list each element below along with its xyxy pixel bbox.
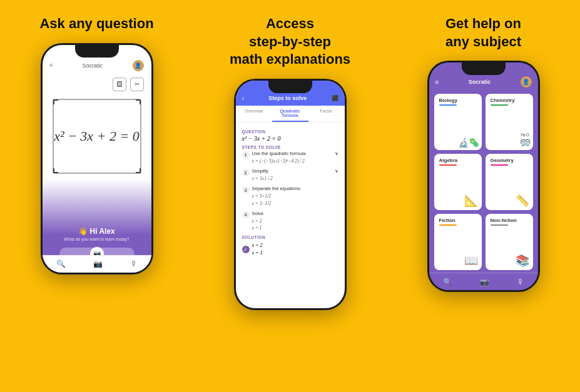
panel-1-title: Ask any question [39,15,153,33]
geometry-illustration: 📏 [516,194,529,208]
subject-card-fiction[interactable]: Fiction 📖 [434,214,482,270]
solution-row: ✓ x = 2x = 1 [242,242,338,257]
phone2-body: QUESTION x² − 3x + 2 = 0 STEPS TO SOLVE … [236,123,345,308]
subject-bar-algebra [439,164,457,166]
back-button[interactable]: ‹ [242,94,245,102]
subject-card-algebra[interactable]: Algebra 📐 [434,154,482,210]
step-row-3: 3 Separate the equations x = 3+1/2x = 3−… [242,186,338,207]
greeting-text: 👋 Hi Alex [78,227,115,236]
step-eq-2: x = 3±1 / 2 [252,175,338,182]
steps-header-title: Steps to solve [248,95,327,101]
step-eq-4: x = 2x = 1 [252,218,338,232]
math-equation-display: x² − 3x + 2 = 0 [54,128,140,144]
subject-bar-chemistry [491,104,508,106]
phone1-tools: 🖼 ✂ [43,75,151,94]
panel-3-title: Get help onany subject [445,15,521,51]
step-title-3: Separate the equations [252,186,338,191]
phone-3-screen: ≡ Socratic 👤 Biology 🔬🦠 Chemistry [429,63,538,290]
question-equation: x² − 3x + 2 = 0 [242,135,338,142]
app-name-3: Socratic [469,79,491,85]
panel-1: Ask any question ≡ Socratic 👤 🖼 ✂ [0,0,193,392]
subjects-grid: Biology 🔬🦠 Chemistry H₂O 🥽 [429,91,538,273]
step-content-2: Simplify ∨ x = 3±1 / 2 [252,168,338,182]
step-row-4: 4 Solve x = 2x = 1 [242,211,338,232]
phone2-screen-content: ‹ Steps to solve ⬛ Overview Quadratic fo… [236,81,345,308]
panel-2-title: Accessstep-by-stepmath explanations [230,15,350,69]
subject-name-fiction: Fiction [439,218,477,223]
subject-card-geometry[interactable]: Geometry 📏 [486,154,533,210]
subject-bar-biology [439,104,457,106]
panel-2: Accessstep-by-stepmath explanations ‹ St… [193,0,387,392]
tab-overview[interactable]: Overview [236,106,272,122]
steps-label: STEPS TO SOLVE [242,145,338,149]
chevron-1[interactable]: ∨ [335,151,338,156]
subject-bar-nonfiction [491,224,508,226]
panel-3: Get help onany subject ≡ Socratic 👤 Biol… [387,0,580,392]
phone-2: ‹ Steps to solve ⬛ Overview Quadratic fo… [234,79,347,310]
phone1-screen-content: ≡ Socratic 👤 🖼 ✂ x² − 3x + 2 = 0 👋 Hi A [43,45,151,273]
notch-1 [75,45,119,58]
search-nav-icon[interactable]: 🔍 [56,259,66,268]
subject-name-nonfiction: Non-fiction [491,218,528,223]
step-num-4: 4 [242,211,250,219]
search-nav-3-icon[interactable]: 🔍 [443,278,452,286]
phone3-navbar: 🔍 📷 🎙 [429,273,538,290]
corner-bl [53,168,58,173]
camera-frame: x² − 3x + 2 = 0 [53,99,141,174]
step-row-2: 2 Simplify ∨ x = 3±1 / 2 [242,168,338,182]
subtitle-text: What do you want to learn today? [64,237,129,241]
step-content-4: Solve x = 2x = 1 [252,211,338,232]
mic-nav-3-icon[interactable]: 🎙 [517,278,524,286]
subject-name-geometry: Geometry [491,158,528,163]
subject-bar-geometry [491,164,508,166]
phone3-screen-content: ≡ Socratic 👤 Biology 🔬🦠 Chemistry [429,63,538,290]
step-title-4: Solve [252,211,338,216]
solution-eq: x = 2x = 1 [252,242,263,257]
subject-card-chemistry[interactable]: Chemistry H₂O 🥽 [486,94,533,150]
step-eq-1: x = (−(−3)±√(−3)²−4·2) / 2 [252,158,338,164]
camera-nav-icon[interactable]: 📷 [93,259,103,268]
tab-factor[interactable]: Factor [308,106,345,122]
phone-1-screen: ≡ Socratic 👤 🖼 ✂ x² − 3x + 2 = 0 👋 Hi A [43,45,151,273]
step-title-1: Use the quadratic formula ∨ [252,151,338,156]
step-content-1: Use the quadratic formula ∨ x = (−(−3)±√… [252,151,338,164]
avatar-3: 👤 [521,76,532,88]
chemistry-illustration: H₂O 🥽 [520,133,531,148]
chevron-2[interactable]: ∨ [335,168,338,174]
corner-tl [53,99,58,104]
share-icon[interactable]: ⬛ [332,95,338,101]
check-icon: ✓ [242,246,250,253]
notch-2 [268,81,312,93]
camera-nav-3-icon[interactable]: 📷 [480,278,489,286]
corner-br [136,168,141,173]
crop-tool-btn[interactable]: ✂ [130,78,144,91]
subject-card-biology[interactable]: Biology 🔬🦠 [434,94,482,150]
step-row-1: 1 Use the quadratic formula ∨ x = (−(−3)… [242,151,338,164]
algebra-illustration: 📐 [464,194,478,208]
subject-name-algebra: Algebra [439,158,477,163]
phone-3: ≡ Socratic 👤 Biology 🔬🦠 Chemistry [427,61,540,292]
phone-1: ≡ Socratic 👤 🖼 ✂ x² − 3x + 2 = 0 👋 Hi A [41,43,153,274]
mic-nav-icon[interactable]: 🎙 [130,259,138,268]
step-num-1: 1 [242,151,250,159]
nonfiction-illustration: 📚 [516,254,529,268]
tab-quadratic[interactable]: Quadratic formula [272,106,308,122]
app-name-1: Socratic [83,63,103,69]
fiction-illustration: 📖 [464,254,478,268]
phone-2-screen: ‹ Steps to solve ⬛ Overview Quadratic fo… [236,81,345,308]
subject-name-chemistry: Chemistry [491,98,528,103]
step-content-3: Separate the equations x = 3+1/2x = 3−1/… [252,186,338,207]
subject-bar-fiction [439,224,457,226]
step-eq-3: x = 3+1/2x = 3−1/2 [252,193,338,207]
step-num-3: 3 [242,186,250,194]
avatar-1: 👤 [133,60,144,71]
subject-card-nonfiction[interactable]: Non-fiction 📚 [486,214,533,270]
question-label: QUESTION [242,129,338,134]
hamburger-icon: ≡ [50,63,53,68]
phone2-tabs: Overview Quadratic formula Factor [236,106,345,123]
phone1-navbar: 🔍 📷 🎙 [43,255,151,273]
image-tool-btn[interactable]: 🖼 [113,78,126,91]
hamburger-3-icon[interactable]: ≡ [435,79,439,86]
step-num-2: 2 [242,169,250,176]
biology-illustration: 🔬🦠 [458,138,479,148]
